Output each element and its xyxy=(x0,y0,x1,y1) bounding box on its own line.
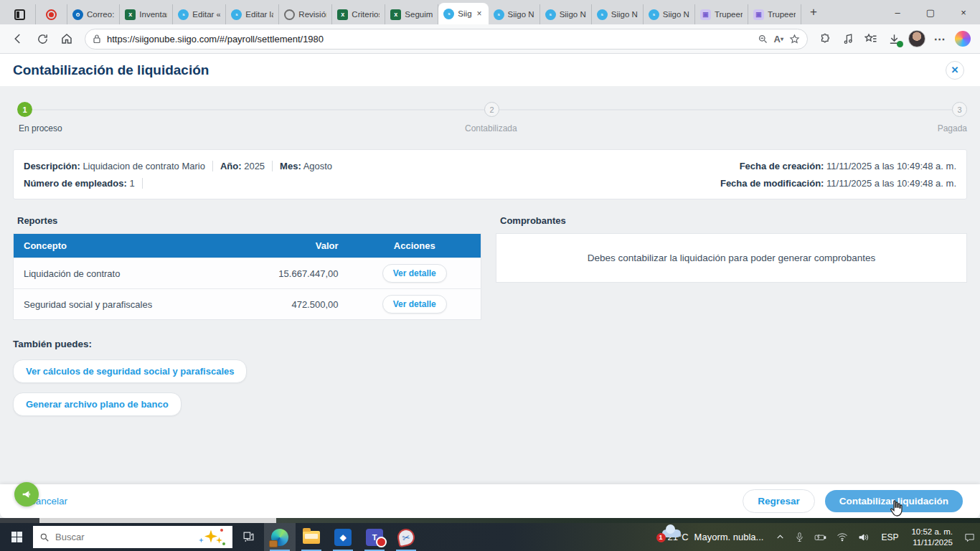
comprobantes-section: Comprobantes Debes contabilizar la liqui… xyxy=(496,215,967,283)
settlement-page: Contabilización de liquidación ✕ 1 2 3 E… xyxy=(0,54,980,518)
tab-recording[interactable] xyxy=(36,4,67,24)
tab-inventario[interactable]: xInventar xyxy=(120,4,173,24)
empleados-label: Número de empleados: xyxy=(24,178,127,189)
excel-icon: x xyxy=(390,9,401,20)
tab-label: Siig xyxy=(458,9,471,18)
copilot-icon[interactable] xyxy=(953,29,973,49)
weather-condition: Mayorm. nubla... xyxy=(694,532,764,542)
step-3-circle: 3 xyxy=(952,102,967,117)
edge-profile-badge xyxy=(269,540,278,547)
favorites-list-icon[interactable] xyxy=(861,29,881,49)
reportes-section: Reportes Concepto Valor Acciones Liquida… xyxy=(13,215,481,320)
back-button[interactable] xyxy=(7,28,29,50)
anio-label: Año: xyxy=(220,161,242,171)
downloads-icon[interactable] xyxy=(884,29,904,49)
excel-icon: x xyxy=(125,9,136,20)
tab-siigo-2[interactable]: sSiigo N xyxy=(489,4,540,24)
close-tab-icon[interactable]: × xyxy=(476,9,484,19)
ver-calculos-button[interactable]: Ver cálculos de seguridad social y paraf… xyxy=(13,359,247,383)
url-input[interactable] xyxy=(107,34,752,44)
generar-archivo-button[interactable]: Generar archivo plano de banco xyxy=(13,392,182,416)
refresh-button[interactable] xyxy=(32,28,53,50)
notification-count-badge: 1 xyxy=(656,533,666,542)
weather-widget[interactable]: 1 21°C Mayorm. nubla... xyxy=(655,532,771,542)
siigo-icon: s xyxy=(443,9,454,19)
clock[interactable]: 10:52 a. m. 11/11/2025 xyxy=(905,527,959,548)
task-view-button[interactable] xyxy=(232,523,264,551)
system-tray: 1 21°C Mayorm. nubla... ESP 10:52 a. m. … xyxy=(655,523,980,551)
tab-label: Seguimi xyxy=(405,10,433,19)
tab-siigo-5[interactable]: sSiigo N xyxy=(644,4,695,24)
action-center-button[interactable] xyxy=(959,523,980,551)
ver-detalle-button[interactable]: Ver detalle xyxy=(382,264,447,283)
speaker-icon xyxy=(858,532,870,542)
tab-siigo-4[interactable]: sSiigo N xyxy=(592,4,644,24)
announcements-fab[interactable] xyxy=(14,482,39,507)
new-tab-button[interactable]: + xyxy=(801,5,826,19)
taskbar-search[interactable] xyxy=(33,526,232,548)
tab-label: Editar la xyxy=(245,10,273,19)
search-input[interactable] xyxy=(55,532,192,542)
extensions-icon[interactable] xyxy=(815,29,835,49)
battery-tray-icon[interactable] xyxy=(809,523,831,551)
info-left: Descripción: Liquidacion de contrato Mar… xyxy=(24,157,332,192)
creacion-value: 11/11/2025 a las 10:49:48 a. m. xyxy=(826,161,956,171)
tab-label: Siigo N xyxy=(508,10,534,19)
tab-workspaces[interactable] xyxy=(4,4,36,24)
creacion-label: Fecha de creación: xyxy=(740,161,824,171)
taskbar-teams[interactable]: T xyxy=(359,523,390,551)
taskbar-explorer[interactable] xyxy=(296,523,327,551)
siigo-icon: s xyxy=(597,9,608,20)
date: 11/11/2025 xyxy=(911,537,953,548)
close-icon[interactable]: ✕ xyxy=(946,61,964,80)
tab-label: Trupeer xyxy=(768,10,796,19)
mes-value: Agosto xyxy=(303,161,332,171)
browser-toolbar: A▾ ⋯ xyxy=(0,24,980,54)
volume-tray-icon[interactable] xyxy=(853,523,875,551)
tray-expand-button[interactable] xyxy=(771,523,790,551)
tab-seguimiento[interactable]: xSeguimi xyxy=(385,4,438,24)
profile-avatar[interactable] xyxy=(907,29,927,49)
more-menu-icon[interactable]: ⋯ xyxy=(930,29,950,49)
read-aloud-icon[interactable]: A▾ xyxy=(774,34,783,44)
maximize-button[interactable]: ▢ xyxy=(914,0,947,24)
contabilizar-button[interactable]: Contabilizar liquidación xyxy=(825,490,963,512)
tab-trupeer-2[interactable]: ▣Trupeer xyxy=(748,4,801,24)
ver-detalle-button[interactable]: Ver detalle xyxy=(382,295,447,314)
window-controls: – ▢ × xyxy=(881,0,980,24)
address-bar[interactable]: A▾ xyxy=(85,29,808,50)
tab-revision[interactable]: Revisión xyxy=(279,4,332,24)
microphone-tray-icon[interactable] xyxy=(790,523,809,551)
language-indicator[interactable]: ESP xyxy=(875,532,905,542)
windows-logo-icon xyxy=(11,532,22,542)
tab-editar-2[interactable]: sEditar la xyxy=(226,4,279,24)
browser-tab-bar: oCorreo: xInventar sEditar « sEditar la … xyxy=(0,0,980,24)
favorite-star-icon[interactable] xyxy=(789,34,800,44)
tab-trupeer-1[interactable]: ▣Trupeer xyxy=(695,4,748,24)
tab-label: Siigo N xyxy=(611,10,638,19)
tab-editar-1[interactable]: sEditar « xyxy=(173,4,226,24)
zoom-out-icon[interactable] xyxy=(758,34,768,44)
tab-label: Trupeer xyxy=(715,10,743,19)
trupeer-icon: ▣ xyxy=(700,9,711,20)
taskbar-sniptool[interactable]: ✂ xyxy=(390,523,422,551)
home-button[interactable] xyxy=(56,28,77,50)
regresar-button[interactable]: Regresar xyxy=(743,489,815,513)
media-icon[interactable] xyxy=(838,29,858,49)
taskbar-edge[interactable] xyxy=(264,523,296,551)
tab-correo[interactable]: oCorreo: xyxy=(67,4,120,24)
tab-siigo-3[interactable]: sSiigo N xyxy=(540,4,592,24)
empleados-value: 1 xyxy=(129,178,134,189)
wifi-tray-icon[interactable] xyxy=(831,523,853,551)
comprobantes-empty-message: Debes contabilizar la liquidación para p… xyxy=(496,233,967,283)
modificacion-label: Fecha de modificación: xyxy=(720,178,824,189)
taskbar-devapp[interactable]: ◆ xyxy=(327,523,359,551)
tab-criterios[interactable]: xCriterios xyxy=(332,4,385,24)
minimize-button[interactable]: – xyxy=(881,0,914,24)
close-window-button[interactable]: × xyxy=(947,0,980,24)
descripcion-value: Liquidacion de contrato Mario xyxy=(83,161,205,171)
tab-label: Siigo N xyxy=(663,10,689,19)
tab-siigo-active[interactable]: sSiig× xyxy=(438,3,488,24)
siigo-icon: s xyxy=(231,9,242,20)
start-button[interactable] xyxy=(0,523,33,551)
